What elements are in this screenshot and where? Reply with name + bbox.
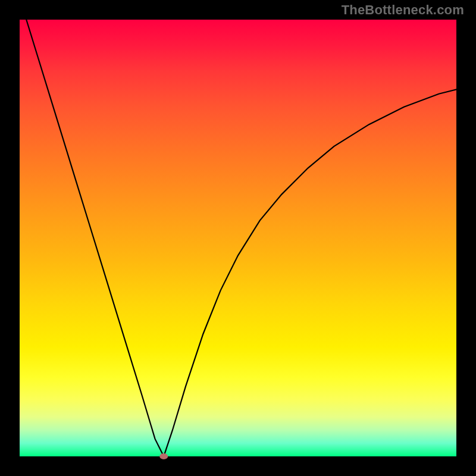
plot-area (20, 20, 456, 456)
chart-frame: TheBottleneck.com (0, 0, 476, 476)
watermark-text: TheBottleneck.com (342, 2, 464, 18)
curve-left-branch (20, 0, 164, 456)
minimum-marker (159, 453, 168, 459)
curve-right-branch (164, 89, 456, 456)
curve-svg (20, 20, 456, 456)
